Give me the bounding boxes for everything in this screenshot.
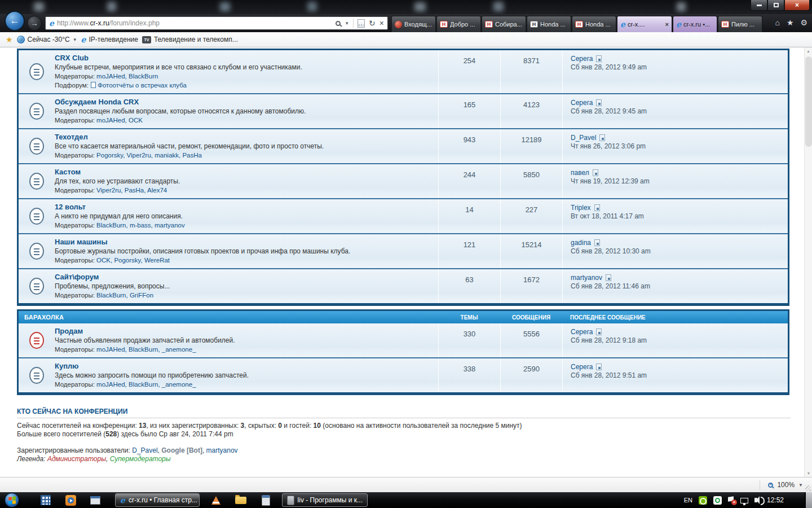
tab-inbox[interactable]: Входящ... <box>391 16 436 32</box>
favorite-iptv[interactable]: e IP-телевидение <box>81 36 138 43</box>
last-post-user-link[interactable]: Серега <box>571 99 593 107</box>
system-tray: EN 12:52 <box>684 492 784 508</box>
refresh-icon[interactable]: ↻ <box>369 19 376 28</box>
restore-button[interactable] <box>767 0 784 11</box>
last-post-user-link[interactable]: Triplex <box>571 204 591 212</box>
tab-crx-active[interactable]: ecr-x....× <box>617 16 672 32</box>
moderator-links[interactable]: Pogorsky, Viper2ru, maniakk, PasHa <box>96 152 202 159</box>
goto-last-post-icon[interactable] <box>596 329 602 335</box>
start-button[interactable] <box>5 493 19 507</box>
moderators-label: Модераторы: <box>55 381 95 388</box>
last-post-user-link[interactable]: D_Pavel <box>571 134 596 142</box>
tab-pilyu[interactable]: HПилю ... <box>718 16 762 32</box>
volume-icon[interactable] <box>754 498 757 502</box>
tab-sobira[interactable]: HСобира... <box>482 16 526 32</box>
stop-icon[interactable]: × <box>379 19 384 28</box>
goto-last-post-icon[interactable] <box>596 99 602 106</box>
goto-last-post-icon[interactable] <box>596 364 602 370</box>
category-title[interactable]: БАРАХОЛКА <box>19 314 438 321</box>
zoom-caret-icon[interactable]: ▼ <box>798 483 803 488</box>
search-caret-icon[interactable]: ▼ <box>345 21 349 26</box>
add-favorite-icon[interactable]: ★ <box>6 35 13 44</box>
moderator-links[interactable]: moJAHed, OCK <box>96 117 143 124</box>
minimize-button[interactable] <box>751 0 767 11</box>
posts-count: 12189 <box>500 129 562 163</box>
moderator-links[interactable]: moJAHed, BlackBurn <box>96 73 158 80</box>
pinned-vlc[interactable] <box>210 494 222 506</box>
forum-title-link[interactable]: Куплю <box>55 362 78 370</box>
forum-title-link[interactable]: Техотдел <box>55 133 88 141</box>
forum-title-link[interactable]: Обсуждаем Honda CRX <box>55 98 139 106</box>
taskbar-clock[interactable]: 12:52 <box>767 496 784 504</box>
home-icon[interactable]: ⌂ <box>775 18 779 27</box>
back-button[interactable]: ← <box>5 11 25 31</box>
tab-crx-group[interactable]: ecr-x.ru •... <box>673 16 717 32</box>
desktop-blur <box>493 2 504 11</box>
last-post-user-link[interactable]: павел <box>571 169 589 177</box>
media-player-icon <box>65 495 76 506</box>
tab-close-icon[interactable]: × <box>665 21 669 28</box>
tab-honda1[interactable]: HHonda ... <box>527 16 571 32</box>
folder-icon <box>235 497 246 504</box>
pinned-folder[interactable] <box>235 494 247 506</box>
moderator-links[interactable]: BlackBurn, GriFFon <box>96 292 153 299</box>
pinned-app-grid[interactable] <box>39 494 52 506</box>
goto-last-post-icon[interactable] <box>599 134 605 141</box>
language-indicator[interactable]: EN <box>684 497 692 503</box>
settings-gear-icon[interactable]: ⚙ <box>800 18 807 27</box>
forum-title-link[interactable]: Кастом <box>55 168 81 176</box>
last-post-user-link[interactable]: gadina <box>571 239 591 247</box>
address-bar[interactable]: e http://www.cr-x.ru/forum/index.php ▼ ↻… <box>45 16 388 30</box>
goto-last-post-icon[interactable] <box>596 55 602 62</box>
url-text[interactable]: http://www.cr-x.ru/forum/index.php <box>57 19 333 27</box>
user-link[interactable]: D_Pavel <box>132 446 157 454</box>
scrollbar-thumb[interactable] <box>805 56 812 147</box>
scroll-up-icon[interactable]: ▲ <box>805 47 812 55</box>
forum-title-link[interactable]: Сайт\форум <box>55 273 99 281</box>
moderator-links[interactable]: OCK, Pogorsky, WereRat <box>96 257 170 264</box>
forward-button[interactable]: → <box>27 16 42 30</box>
favorite-tv[interactable]: TV Телевидение и телекомп... <box>142 36 238 43</box>
supermoderators-link[interactable]: Супермодераторы <box>110 455 171 463</box>
taskbar-button-programs[interactable]: liv - Программы и к... <box>282 493 368 507</box>
last-post-user-link[interactable]: Серега <box>571 55 593 63</box>
administrators-link[interactable]: Администраторы <box>47 455 106 463</box>
goto-last-post-icon[interactable] <box>594 239 600 246</box>
search-icon[interactable] <box>336 21 341 26</box>
forum-title-link[interactable]: Наши машины <box>55 238 108 246</box>
user-link[interactable]: martyanov <box>206 446 238 454</box>
network-icon[interactable] <box>740 498 748 503</box>
tab-honda2[interactable]: HHonda ... <box>572 16 616 32</box>
show-desktop-button[interactable] <box>805 492 812 508</box>
ie-icon: e <box>120 496 125 504</box>
zoom-control[interactable]: 100% ▼ <box>760 480 803 490</box>
last-post-user-link[interactable]: martyanov <box>571 274 602 282</box>
compatibility-view-icon[interactable] <box>358 19 365 28</box>
moderator-links[interactable]: BlackBurn, m-bass, martyanov <box>96 222 185 229</box>
tab-dobro[interactable]: HДобро ... <box>436 16 481 32</box>
antivirus-icon[interactable] <box>713 496 722 505</box>
forum-title-link[interactable]: Продам <box>55 327 83 335</box>
vertical-scrollbar[interactable]: ▲ ▼ <box>804 47 812 477</box>
goto-last-post-icon[interactable] <box>593 169 598 176</box>
favorite-weather[interactable]: Сейчас -30°C ▼ <box>17 36 77 43</box>
moderator-links[interactable]: moJAHed, BlackBurn, _anemone_ <box>96 346 196 353</box>
goto-last-post-icon[interactable] <box>594 204 600 211</box>
action-center-flag-icon[interactable] <box>728 497 734 503</box>
goto-last-post-icon[interactable] <box>606 274 611 281</box>
nvidia-icon[interactable] <box>699 496 707 505</box>
taskbar-button-crx[interactable]: e cr-x.ru • Главная стр... <box>115 493 200 507</box>
forum-title-link[interactable]: CRX Club <box>55 54 89 62</box>
moderator-links[interactable]: Viper2ru, PasHa, Alex74 <box>96 187 167 194</box>
favorites-star-icon[interactable]: ★ <box>787 18 794 27</box>
pinned-calculator[interactable] <box>259 494 272 506</box>
close-button[interactable]: × <box>784 0 810 11</box>
pinned-window-app[interactable] <box>89 494 102 506</box>
last-post-user-link[interactable]: Серега <box>571 328 593 336</box>
pinned-media-player[interactable] <box>64 494 77 506</box>
forum-title-link[interactable]: 12 вольт <box>55 203 86 211</box>
scroll-down-icon[interactable]: ▼ <box>805 469 812 477</box>
last-post-user-link[interactable]: Серега <box>571 363 593 371</box>
moderator-links[interactable]: moJAHed, BlackBurn, _anemone_ <box>96 381 196 388</box>
subforum-link[interactable]: Фотоотчёты о встречах клуба <box>98 82 187 89</box>
